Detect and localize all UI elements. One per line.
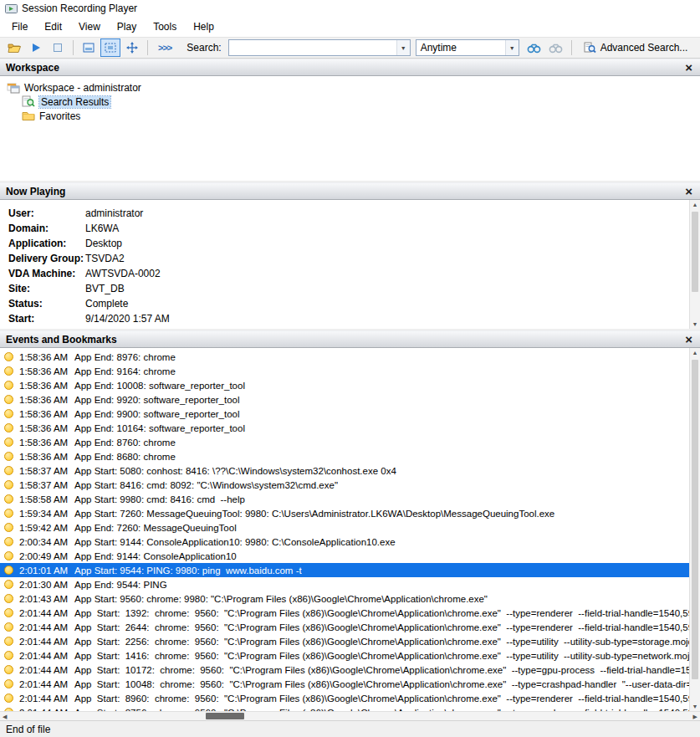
- event-bookmark-icon: [4, 651, 13, 660]
- tree-item-search-results[interactable]: Search Results: [7, 95, 700, 109]
- event-row[interactable]: 2:00:34 AMApp Start: 9144: ConsoleApplic…: [0, 535, 689, 549]
- now-playing-close-button[interactable]: ×: [683, 185, 694, 197]
- event-row[interactable]: 2:01:44 AMApp Start: 10172: chrome: 9560…: [0, 663, 689, 677]
- field-value: TSVDA2: [85, 253, 125, 264]
- scroll-down-arrow-icon[interactable]: ▼: [692, 704, 698, 709]
- scroll-right-arrow-icon[interactable]: ▶: [693, 714, 697, 719]
- event-row[interactable]: 2:01:43 AMApp Start: 9560: chrome: 9980:…: [0, 591, 689, 606]
- event-time: 2:01:44 AM: [19, 637, 74, 647]
- scroll-up-arrow-icon[interactable]: ▲: [692, 202, 698, 207]
- event-text: App Start: 9544: PING: 9980: ping www.ba…: [74, 566, 302, 576]
- events-list: 1:58:36 AMApp End: 8976: chrome1:58:36 A…: [0, 350, 689, 711]
- events-h-scrollbar[interactable]: ◀ ▶: [0, 711, 700, 720]
- menu-edit[interactable]: Edit: [36, 18, 70, 35]
- chevron-down-icon[interactable]: ▼: [505, 40, 519, 55]
- scroll-left-arrow-icon[interactable]: ◀: [3, 714, 7, 719]
- menu-help[interactable]: Help: [185, 18, 222, 35]
- event-text: App Start: 8416: cmd: 8092: "C:\Windows\…: [74, 480, 338, 490]
- event-row[interactable]: 1:59:34 AMApp Start: 7260: MessageQueuin…: [0, 506, 689, 520]
- now-playing-field: Status:Complete: [8, 296, 690, 311]
- event-row[interactable]: 2:00:49 AMApp End: 9144: ConsoleApplicat…: [0, 549, 689, 563]
- pan-tool-button[interactable]: [122, 38, 142, 57]
- event-bookmark-icon: [4, 594, 13, 603]
- toolbar: >>> Search: ▼ Anytime ▼ Advanced Search.…: [0, 37, 700, 59]
- event-row[interactable]: 1:58:37 AMApp Start: 8416: cmd: 8092: "C…: [0, 478, 689, 492]
- field-value: administrator: [85, 207, 143, 219]
- scrollbar-thumb[interactable]: [206, 713, 244, 719]
- tree-item-favorites[interactable]: Favorites: [7, 109, 700, 123]
- event-row[interactable]: 1:58:36 AMApp End: 10008: software_repor…: [0, 378, 689, 392]
- screen-view-icon: [83, 43, 95, 53]
- play-button[interactable]: [26, 38, 46, 57]
- toggle-screen-view-button[interactable]: [79, 38, 99, 57]
- events-scrollbar[interactable]: ▲ ▼: [689, 348, 700, 711]
- event-bookmark-icon: [4, 637, 13, 646]
- toolbar-separator: [73, 40, 74, 55]
- workspace-panel-header: Workspace ×: [0, 59, 700, 76]
- menu-play[interactable]: Play: [109, 18, 145, 35]
- open-recording-button[interactable]: [4, 38, 24, 57]
- scroll-up-arrow-icon[interactable]: ▲: [692, 350, 698, 356]
- event-row[interactable]: 2:01:01 AMApp Start: 9544: PING: 9980: p…: [0, 563, 689, 577]
- event-row[interactable]: 2:01:44 AMApp Start: 1392: chrome: 9560:…: [0, 606, 689, 620]
- find-next-button[interactable]: [524, 38, 544, 57]
- scrollbar-thumb[interactable]: [692, 212, 698, 292]
- event-text: App End: 9544: PING: [74, 580, 167, 590]
- advanced-search-button[interactable]: Advanced Search...: [577, 38, 695, 57]
- events-panel: Events and Bookmarks × 1:58:36 AMApp End…: [0, 330, 700, 720]
- event-row[interactable]: 1:58:36 AMApp End: 8680: chrome: [0, 449, 689, 463]
- event-text: App Start: 9980: cmd: 8416: cmd --help: [74, 494, 245, 504]
- menu-view[interactable]: View: [70, 18, 109, 35]
- event-row[interactable]: 2:01:44 AMApp Start: 2644: chrome: 9560:…: [0, 620, 689, 634]
- event-time: 2:01:01 AM: [19, 566, 74, 576]
- event-row[interactable]: 2:01:44 AMApp Start: 8960: chrome: 9560:…: [0, 691, 689, 705]
- event-time: 1:58:36 AM: [19, 409, 74, 419]
- time-filter-select[interactable]: Anytime ▼: [416, 39, 519, 56]
- event-row[interactable]: 1:58:36 AMApp End: 8760: chrome: [0, 435, 689, 449]
- event-time: 2:01:44 AM: [19, 679, 74, 689]
- event-bookmark-icon: [4, 395, 13, 404]
- workspace-root-node[interactable]: Workspace - administrator: [7, 80, 700, 95]
- now-playing-field: Delivery Group:TSVDA2: [8, 251, 690, 266]
- event-row[interactable]: 1:58:37 AMApp Start: 5080: conhost: 8416…: [0, 463, 689, 478]
- event-time: 2:01:30 AM: [19, 580, 74, 590]
- event-text: App Start: 9560: chrome: 9980: "C:\Progr…: [74, 594, 488, 604]
- scroll-down-arrow-icon[interactable]: ▼: [692, 321, 698, 327]
- event-row[interactable]: 1:58:36 AMApp End: 9920: software_report…: [0, 392, 689, 407]
- event-row[interactable]: 2:01:44 AMApp Start: 1416: chrome: 9560:…: [0, 648, 689, 663]
- event-row[interactable]: 1:58:36 AMApp End: 9900: software_report…: [0, 407, 689, 421]
- menu-file[interactable]: File: [3, 18, 36, 35]
- event-row[interactable]: 1:58:36 AMApp End: 8976: chrome: [0, 350, 689, 364]
- event-row[interactable]: 2:01:30 AMApp End: 9544: PING: [0, 577, 689, 591]
- chevron-down-icon[interactable]: ▼: [396, 40, 410, 55]
- event-row[interactable]: 2:01:44 AMApp Start: 8756: chrome: 9560:…: [0, 705, 689, 711]
- event-row[interactable]: 2:01:44 AMApp Start: 10048: chrome: 9560…: [0, 677, 689, 691]
- toggle-selection-view-button[interactable]: [100, 38, 120, 57]
- event-text: App End: 10164: software_reporter_tool: [74, 423, 245, 433]
- field-value: 9/14/2020 1:57 AM: [85, 313, 170, 325]
- events-close-button[interactable]: ×: [683, 333, 694, 345]
- now-playing-scrollbar[interactable]: ▲ ▼: [689, 200, 700, 329]
- more-tools-chevron[interactable]: >>>: [153, 38, 176, 57]
- search-input[interactable]: ▼: [228, 39, 411, 56]
- event-text: App End: 9900: software_reporter_tool: [74, 409, 240, 419]
- stop-button[interactable]: [48, 38, 68, 57]
- event-row[interactable]: 1:58:36 AMApp End: 9164: chrome: [0, 364, 689, 378]
- workspace-close-button[interactable]: ×: [683, 61, 694, 74]
- event-text: App Start: 2644: chrome: 9560: "C:\Progr…: [74, 622, 689, 632]
- event-row[interactable]: 2:01:44 AMApp Start: 2256: chrome: 9560:…: [0, 634, 689, 648]
- event-time: 2:01:44 AM: [19, 651, 74, 661]
- event-row[interactable]: 1:58:36 AMApp End: 10164: software_repor…: [0, 421, 689, 435]
- event-bookmark-icon: [4, 693, 13, 703]
- find-previous-button[interactable]: [546, 38, 566, 57]
- scrollbar-thumb[interactable]: [692, 360, 698, 679]
- event-row[interactable]: 1:58:58 AMApp Start: 9980: cmd: 8416: cm…: [0, 492, 689, 506]
- event-text: App Start: 8960: chrome: 9560: "C:\Progr…: [74, 693, 689, 704]
- event-text: App Start: 1416: chrome: 9560: "C:\Progr…: [74, 651, 689, 661]
- menu-tools[interactable]: Tools: [145, 18, 185, 35]
- menu-bar: FileEditViewPlayToolsHelp: [0, 17, 700, 37]
- field-label: Start:: [8, 313, 85, 325]
- field-value: LK6WA: [85, 223, 119, 234]
- field-label: Delivery Group:: [8, 253, 85, 264]
- event-row[interactable]: 1:59:42 AMApp End: 7260: MessageQueuingT…: [0, 520, 689, 535]
